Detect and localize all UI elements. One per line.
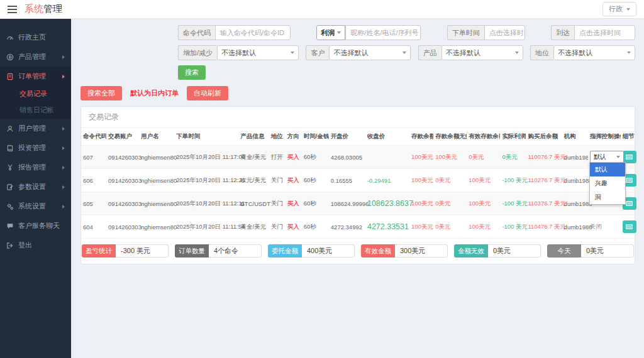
cell-profit: -100 美元 (500, 192, 526, 215)
summary-badge: 今天 (547, 244, 581, 258)
topbar: 系统管理 行政 (0, 0, 644, 19)
menu-toggle-icon[interactable] (8, 4, 17, 15)
order-time-input[interactable]: 点击选择时间 (484, 25, 525, 40)
sidebar-item-system-settings[interactable]: 系统设置 (0, 197, 71, 216)
sidebar-item-orders[interactable]: 订单管理 (0, 67, 71, 86)
sidebar-item-admin-home[interactable]: 行政主页 (0, 28, 71, 47)
cell-close-price: -0.29491 (365, 169, 409, 192)
filter-label: 增加/减少 (178, 45, 217, 60)
nickname-search-input[interactable]: 昵称/姓名/电话/序列号 (345, 25, 421, 40)
sidebar-item-users[interactable]: 用户管理 (0, 119, 71, 138)
cell-direction: 买入 (286, 146, 302, 169)
cell-status: 关门 (269, 169, 286, 192)
sidebar-item-reports[interactable]: 报告管理 (0, 158, 71, 177)
cell-username: nghiemsen80 (139, 146, 174, 169)
control-select-value: 默认 (594, 153, 606, 161)
select-value: 不选择默认 (221, 48, 256, 58)
sidebar-item-customer-chat[interactable]: 客户服务聊天 (0, 216, 71, 236)
increase-decrease-select[interactable]: 不选择默认 (217, 45, 299, 60)
col-header: 地位 (269, 128, 286, 146)
cell-open-price: 108624.99996 (329, 192, 365, 215)
table-row: 605 0914260303 nghiemsen80 2025年10月20日 1… (81, 192, 635, 215)
summary-value: 300美元 (395, 244, 448, 258)
chevron-down-icon (337, 31, 341, 34)
filter-order-time: 下单时间 点击选择时间 (447, 25, 525, 40)
auto-refresh-button[interactable]: 自动刷新 (187, 86, 228, 100)
cell-close-price: 108623.8637 (365, 192, 409, 215)
filter-increase-decrease: 增加/减少 不选择默认 (178, 45, 299, 60)
col-header: 细节 (621, 128, 635, 146)
summary-bar: 盈亏统计 -300 美元 订单数量 4个命令 委托金额 400美元 有效金额 3… (81, 239, 635, 264)
profit-select[interactable]: 利润 (316, 25, 345, 40)
sidebar-subitem-sales-journal[interactable]: 销售日记帐 (0, 102, 71, 119)
summary-badge: 委托金额 (268, 244, 302, 258)
search-button[interactable]: 搜索 (178, 65, 206, 80)
user-icon (6, 125, 14, 133)
cell-after-balance: 110476.7 美元 (526, 215, 562, 239)
sidebar-item-logout[interactable]: 登出 (0, 236, 71, 255)
command-code-input[interactable]: 输入命令代码/命令ID (215, 25, 291, 40)
cell-account: 0914260303 (106, 146, 139, 169)
arrive-time-input[interactable]: 点击选择时间 (574, 25, 635, 40)
detail-button[interactable] (623, 220, 636, 233)
summary-entrusted-amount: 委托金额 400美元 (268, 244, 355, 258)
col-header: 方向 (286, 128, 302, 146)
cell-id: 606 (81, 169, 106, 192)
cell-after-balance: 110076.7 美元 (526, 146, 562, 169)
cell-time: 2025年10月20日 11:12:11 (174, 192, 238, 215)
gears-icon (6, 203, 14, 210)
cell-deposit-invalid: 0美元 (433, 215, 467, 239)
sidebar-item-parameters[interactable]: 参数设置 (0, 177, 71, 197)
sidebar-item-investments[interactable]: 投资管理 (0, 138, 71, 158)
control-select[interactable]: 默认 (590, 151, 624, 163)
sidebar-item-label: 产品管理 (18, 52, 46, 62)
chevron-down-icon (616, 156, 620, 158)
dropdown-option-hole[interactable]: 洞 (590, 190, 625, 204)
summary-badge: 盈亏统计 (82, 244, 116, 258)
detail-button[interactable] (623, 151, 636, 163)
sidebar-subitem-trade-records[interactable]: 交易记录 (0, 86, 71, 102)
summary-invalid-amount: 金额无效 0美元 (454, 244, 541, 258)
dropdown-option-default[interactable]: 默认 (590, 163, 625, 176)
cell-org: dumb1988 (562, 169, 588, 192)
cell-time: 2025年10月20日 11:12:21 (174, 169, 238, 192)
summary-order-count: 订单数量 4个命令 (175, 244, 262, 258)
customer-select[interactable]: 不选择默认 (329, 45, 411, 60)
dropdown-option-interest[interactable]: 兴趣 (590, 176, 625, 190)
cell-control: 关闭 (588, 215, 621, 239)
table-header-row: 命令代码 交易账户 用户名 下单时间 产品信息 地位 方向 时间/金钱 开盘价 … (81, 128, 635, 146)
cell-valid-deposit: 0美元 (467, 146, 500, 169)
cell-deposit-invalid: 100美元 (433, 146, 467, 169)
sidebar-item-label: 报告管理 (18, 163, 46, 172)
table-row: 607 0914260303 nghiemsen80 2025年10月20日 1… (81, 146, 635, 169)
cell-org: dumb1988 (562, 146, 588, 169)
col-header: 指挥控制操作 (588, 128, 621, 146)
page-title: 系统管理 (25, 3, 62, 15)
book-icon (6, 144, 14, 152)
cell-after-balance: 110376.7 美元 (526, 192, 562, 215)
filter-profit-search: 利润 昵称/姓名/电话/序列号 (316, 25, 421, 40)
params-icon (6, 183, 14, 191)
col-header: 用户名 (139, 128, 174, 146)
status-select[interactable]: 不选择默认 (553, 45, 635, 60)
bitcoin-icon (6, 53, 14, 61)
col-header: 开盘价 (329, 128, 365, 146)
sidebar-item-products[interactable]: 产品管理 (0, 47, 71, 67)
chevron-right-icon (62, 55, 65, 59)
col-header: 产品信息 (239, 128, 269, 146)
filter-customer: 客户 不选择默认 (306, 45, 411, 60)
chevron-down-icon (626, 8, 630, 11)
cell-username: nghiemsen80 (139, 169, 174, 192)
summary-value: 0美元 (581, 244, 634, 258)
table-row: 606 0914260303 nghiemsen80 2025年10月20日 1… (81, 169, 635, 192)
search-all-button[interactable]: 搜索全部 (80, 86, 122, 100)
product-select[interactable]: 不选择默认 (441, 45, 523, 60)
admin-dropdown[interactable]: 行政 (602, 2, 636, 16)
summary-valid-amount: 有效金额 300美元 (361, 244, 448, 258)
filter-product: 产品 不选择默认 (418, 45, 523, 60)
cell-status: 关门 (269, 192, 286, 215)
sidebar-item-label: 参数设置 (18, 182, 46, 192)
summary-profit-loss: 盈亏统计 -300 美元 (82, 244, 169, 258)
cell-close-price (365, 146, 409, 169)
cell-deposit: 100美元 (409, 192, 433, 215)
